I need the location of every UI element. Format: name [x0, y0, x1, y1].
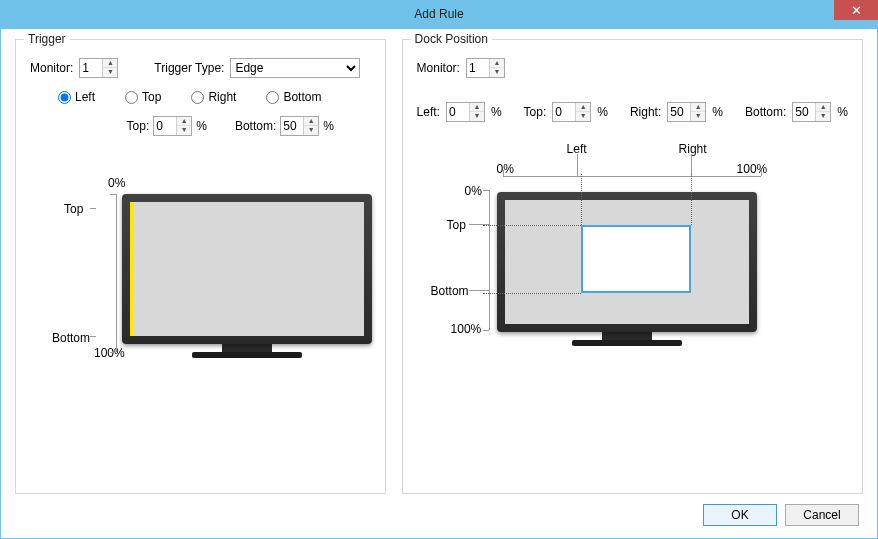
trigger-bottom-spinner[interactable]: ▲▼ [280, 116, 319, 136]
diag-hundred-pct: 100% [94, 346, 125, 360]
spin-up-icon[interactable]: ▲ [177, 117, 191, 126]
trigger-radio-left[interactable]: Left [58, 90, 95, 104]
dock-bottom-label: Bottom: [745, 105, 786, 119]
trigger-bottom-input[interactable] [281, 117, 303, 135]
close-icon: ✕ [851, 3, 862, 18]
cancel-button[interactable]: Cancel [785, 504, 859, 526]
spin-up-icon[interactable]: ▲ [470, 103, 484, 112]
spin-up-icon[interactable]: ▲ [490, 59, 504, 68]
diag-hundred-pct-v: 100% [451, 322, 482, 336]
close-button[interactable]: ✕ [834, 0, 878, 20]
pct-label: % [323, 119, 334, 133]
guide-line [691, 174, 692, 225]
guide-line [581, 174, 582, 225]
spin-down-icon[interactable]: ▼ [177, 126, 191, 135]
spin-up-icon[interactable]: ▲ [816, 103, 830, 112]
trigger-radio-right[interactable]: Right [191, 90, 236, 104]
dock-monitor-input[interactable] [467, 59, 489, 77]
trigger-monitor-label: Monitor: [30, 61, 73, 75]
ruler-line-h [503, 176, 761, 177]
spin-up-icon[interactable]: ▲ [103, 59, 117, 68]
trigger-type-label: Trigger Type: [154, 61, 224, 75]
dock-top-spinner[interactable]: ▲▼ [552, 102, 591, 122]
trigger-top-label: Top: [127, 119, 150, 133]
trigger-group: Trigger Monitor: ▲ ▼ Trigger Type: Edge … [15, 39, 386, 494]
trigger-diagram: 0% Top Bottom 100% [30, 176, 371, 406]
spin-down-icon[interactable]: ▼ [470, 112, 484, 121]
dock-group: Dock Position Monitor: ▲▼ Left: ▲▼ % Top… [402, 39, 863, 494]
dock-top-input[interactable] [553, 103, 575, 121]
dock-left-label: Left: [417, 105, 440, 119]
trigger-edge-highlight [130, 202, 133, 336]
spin-down-icon[interactable]: ▼ [490, 68, 504, 77]
dock-rect-preview [581, 225, 691, 293]
diag-hundred-pct-h: 100% [737, 162, 768, 176]
trigger-bottom-label: Bottom: [235, 119, 276, 133]
diag-top-label: Top [447, 218, 466, 232]
trigger-radio-bottom[interactable]: Bottom [266, 90, 321, 104]
spinner-buttons[interactable]: ▲ ▼ [102, 59, 117, 77]
trigger-top-spinner[interactable]: ▲▼ [153, 116, 192, 136]
dock-monitor-spinner[interactable]: ▲▼ [466, 58, 505, 78]
trigger-radio-top[interactable]: Top [125, 90, 161, 104]
dock-monitor-label: Monitor: [417, 61, 460, 75]
guide-line [483, 225, 581, 226]
ruler-line [116, 194, 117, 352]
guide-line [483, 293, 581, 294]
dock-bottom-input[interactable] [793, 103, 815, 121]
spin-down-icon[interactable]: ▼ [816, 112, 830, 121]
diag-bottom-label: Bottom [431, 284, 469, 298]
monitor-graphic [122, 194, 372, 358]
diag-bottom-label: Bottom [52, 331, 90, 345]
trigger-monitor-input[interactable] [80, 59, 102, 77]
spin-up-icon[interactable]: ▲ [691, 103, 705, 112]
dock-right-spinner[interactable]: ▲▼ [667, 102, 706, 122]
dock-left-input[interactable] [447, 103, 469, 121]
titlebar: Add Rule ✕ [0, 0, 878, 28]
trigger-type-select[interactable]: Edge [230, 58, 360, 78]
dock-group-label: Dock Position [411, 32, 492, 46]
trigger-monitor-spinner[interactable]: ▲ ▼ [79, 58, 118, 78]
dock-right-input[interactable] [668, 103, 690, 121]
spin-down-icon[interactable]: ▼ [304, 126, 318, 135]
diag-zero-pct-h: 0% [497, 162, 514, 176]
trigger-group-label: Trigger [24, 32, 70, 46]
window-body: Trigger Monitor: ▲ ▼ Trigger Type: Edge … [0, 28, 878, 539]
diag-zero-pct-v: 0% [465, 184, 482, 198]
diag-top-label: Top [64, 202, 83, 216]
spin-down-icon[interactable]: ▼ [691, 112, 705, 121]
diag-right-label: Right [679, 142, 707, 156]
diag-zero-pct: 0% [108, 176, 125, 190]
spin-down-icon[interactable]: ▼ [576, 112, 590, 121]
trigger-top-input[interactable] [154, 117, 176, 135]
dock-diagram: Left Right 0% 100% 0% Top Bottom 100% [417, 182, 848, 412]
spin-up-icon[interactable]: ▲ [576, 103, 590, 112]
pct-label: % [196, 119, 207, 133]
dock-right-label: Right: [630, 105, 661, 119]
window-title: Add Rule [414, 7, 463, 21]
ruler-line-v [489, 190, 490, 330]
dock-top-label: Top: [524, 105, 547, 119]
spin-up-icon[interactable]: ▲ [304, 117, 318, 126]
spin-down-icon[interactable]: ▼ [103, 68, 117, 77]
dock-bottom-spinner[interactable]: ▲▼ [792, 102, 831, 122]
dock-left-spinner[interactable]: ▲▼ [446, 102, 485, 122]
ok-button[interactable]: OK [703, 504, 777, 526]
monitor-graphic [497, 192, 757, 346]
dialog-footer: OK Cancel [15, 494, 863, 528]
